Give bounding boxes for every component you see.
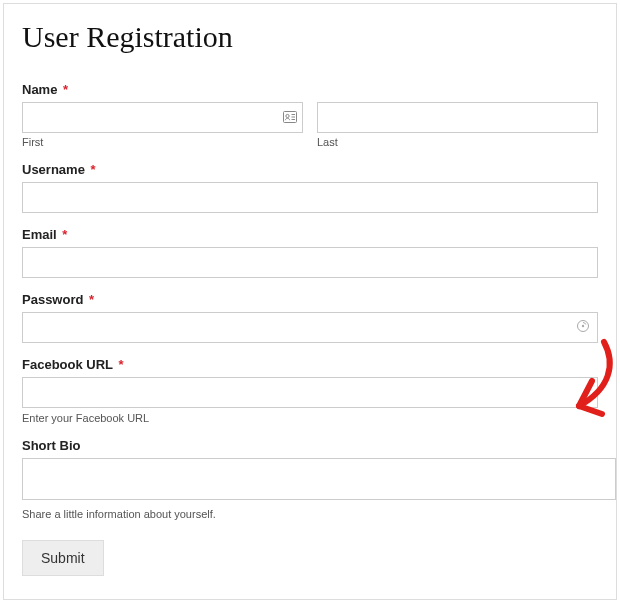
facebook-field-group: Facebook URL * Enter your Facebook URL [22,357,598,424]
bio-label: Short Bio [22,438,598,453]
email-input[interactable] [22,247,598,278]
facebook-label-text: Facebook URL [22,357,113,372]
submit-button[interactable]: Submit [22,540,104,576]
name-field-group: Name * First Last [22,82,598,148]
name-label: Name * [22,82,598,97]
password-label: Password * [22,292,598,307]
svg-point-6 [582,324,584,326]
email-label-text: Email [22,227,57,242]
password-label-text: Password [22,292,83,307]
username-field-group: Username * [22,162,598,213]
svg-point-1 [286,114,289,117]
contact-card-icon[interactable] [283,109,297,127]
bio-field-group: Short Bio Share a little information abo… [22,438,598,520]
required-marker: * [62,227,67,242]
first-name-sublabel: First [22,136,303,148]
bio-label-text: Short Bio [22,438,81,453]
password-field-group: Password * [22,292,598,343]
required-marker: * [118,357,123,372]
form-container: User Registration Name * First Last [3,3,617,600]
facebook-label: Facebook URL * [22,357,598,372]
required-marker: * [89,292,94,307]
bio-textarea[interactable] [22,458,616,500]
facebook-helper-text: Enter your Facebook URL [22,412,598,424]
facebook-url-input[interactable] [22,377,598,408]
name-label-text: Name [22,82,57,97]
bio-helper-text: Share a little information about yoursel… [22,508,598,520]
username-label: Username * [22,162,598,177]
required-marker: * [91,162,96,177]
password-manager-icon[interactable] [576,319,590,337]
last-name-input[interactable] [317,102,598,133]
last-name-sublabel: Last [317,136,598,148]
password-input[interactable] [22,312,598,343]
username-input[interactable] [22,182,598,213]
email-field-group: Email * [22,227,598,278]
page-title: User Registration [22,20,598,54]
required-marker: * [63,82,68,97]
email-label: Email * [22,227,598,242]
first-name-input[interactable] [22,102,303,133]
username-label-text: Username [22,162,85,177]
